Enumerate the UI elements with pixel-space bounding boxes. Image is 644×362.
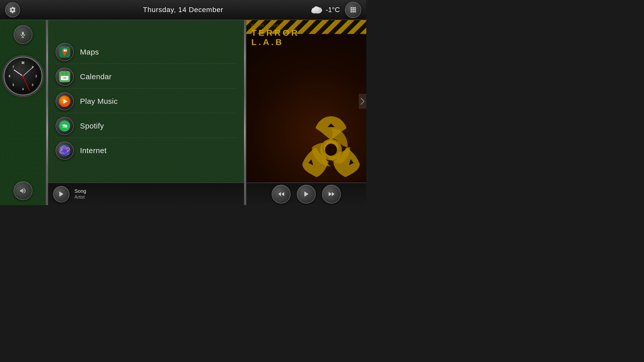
volume-icon — [19, 187, 26, 194]
volume-button[interactable] — [14, 181, 32, 200]
svg-point-36 — [68, 147, 69, 147]
svg-point-37 — [68, 154, 69, 155]
svg-rect-22 — [66, 72, 67, 75]
clock-num-7: 7 — [12, 65, 14, 69]
svg-rect-7 — [350, 9, 352, 11]
svg-rect-11 — [352, 11, 354, 13]
playmusic-icon-container — [56, 92, 74, 110]
clock-widget: 12 1 2 3 4 5 6 7 8 — [4, 57, 43, 96]
clock-hour-hand — [13, 69, 23, 76]
playmusic-app-item[interactable]: Play Music — [56, 90, 236, 113]
svg-point-17 — [64, 50, 66, 52]
svg-rect-6 — [354, 7, 356, 9]
header-left — [5, 2, 20, 17]
internet-icon — [59, 145, 70, 156]
svg-point-35 — [61, 148, 62, 149]
clock-center-dot — [22, 75, 24, 77]
svg-marker-47 — [332, 192, 335, 196]
svg-point-3 — [313, 6, 319, 11]
right-panel: BRAND X MUSIC TERROR L.A.B — [246, 20, 366, 205]
svg-rect-10 — [350, 11, 352, 13]
mini-play-button[interactable] — [53, 186, 69, 202]
grid-icon — [350, 6, 357, 13]
song-title: Song — [74, 188, 86, 194]
calendar-app-item[interactable]: 30 Calendar — [56, 65, 236, 88]
internet-icon-container — [56, 142, 74, 160]
rewind-button[interactable] — [272, 185, 291, 204]
chevron-right-icon — [360, 96, 365, 106]
svg-point-42 — [325, 144, 337, 156]
internet-label: Internet — [80, 146, 107, 155]
album-title: TERROR L.A.B — [251, 28, 300, 47]
svg-marker-44 — [281, 192, 284, 196]
clock-num-8: 8 — [22, 61, 24, 65]
spotify-icon-container — [56, 117, 74, 135]
microphone-icon — [19, 31, 26, 38]
song-info: Song Artist — [74, 188, 86, 200]
header-bar: Thursday, 14 December -1°C — [0, 0, 366, 20]
biohazard-detail — [302, 116, 360, 177]
album-info-text: BRAND X MUSIC TERROR L.A.B — [251, 24, 300, 47]
weather-cloud-icon — [309, 5, 323, 15]
svg-rect-21 — [62, 72, 63, 75]
rewind-icon — [278, 191, 285, 198]
spotify-label: Spotify — [80, 122, 104, 130]
date-display: Thursday, 14 December — [143, 6, 223, 14]
gear-icon — [9, 6, 16, 13]
grid-menu-button[interactable] — [345, 2, 361, 18]
svg-rect-5 — [352, 7, 354, 9]
svg-rect-9 — [354, 9, 356, 11]
calendar-label: Calendar — [80, 72, 112, 81]
maps-icon-container — [56, 43, 74, 61]
biohazard-svg — [283, 100, 366, 183]
artist-name: Artist — [74, 195, 86, 200]
maps-label: Maps — [80, 48, 99, 56]
svg-rect-12 — [354, 11, 356, 13]
playmusic-app-icon — [59, 96, 70, 107]
spotify-icon — [59, 120, 70, 131]
album-art-area: BRAND X MUSIC TERROR L.A.B — [246, 20, 366, 183]
biohazard-symbol — [283, 100, 366, 183]
playmusic-label: Play Music — [80, 97, 118, 106]
mini-play-icon — [58, 191, 65, 198]
settings-button[interactable] — [5, 2, 20, 17]
clock-face: 12 1 2 3 4 5 6 7 8 — [4, 57, 43, 96]
content-area: 12 1 2 3 4 5 6 7 8 — [0, 20, 366, 205]
right-chrome-divider — [244, 20, 246, 205]
weather-display: -1°C — [309, 5, 340, 15]
clock-num-3: 3 — [32, 83, 33, 87]
play-icon — [303, 191, 310, 198]
spotify-app-item[interactable]: Spotify — [56, 114, 236, 138]
clock-num-6: 6 — [9, 74, 11, 78]
clock-num-5: 5 — [12, 83, 14, 87]
clock-num-4: 4 — [22, 87, 24, 91]
bottom-music-bar-left: Song Artist — [48, 183, 244, 205]
svg-rect-13 — [22, 32, 24, 35]
app-root: Thursday, 14 December -1°C — [0, 0, 366, 205]
svg-rect-20 — [61, 74, 68, 76]
header-right: -1°C — [309, 2, 361, 18]
play-pause-button[interactable] — [297, 185, 316, 204]
clock-num-2: 2 — [35, 74, 37, 78]
clock-minute-hand — [23, 66, 34, 76]
album-title-line1: TERROR — [251, 28, 300, 37]
svg-marker-45 — [304, 192, 308, 197]
header-center: Thursday, 14 December — [143, 6, 223, 14]
svg-rect-8 — [352, 9, 354, 11]
internet-app-item[interactable]: Internet — [56, 139, 236, 162]
microphone-button[interactable] — [14, 25, 32, 44]
maps-app-item[interactable]: Maps — [56, 40, 236, 64]
album-brand-label: BRAND X MUSIC — [251, 24, 300, 27]
maps-icon — [59, 47, 70, 58]
fastforward-icon — [328, 191, 335, 198]
fastforward-button[interactable] — [322, 185, 341, 204]
svg-marker-38 — [59, 192, 63, 197]
album-title-line2: L.A.B — [251, 37, 284, 47]
calendar-icon-container: 30 — [56, 68, 74, 86]
svg-rect-4 — [350, 7, 352, 9]
album-next-arrow[interactable] — [359, 94, 366, 109]
music-controls — [246, 183, 366, 205]
center-area: Maps 30 Calendar — [48, 20, 244, 205]
svg-marker-43 — [278, 192, 281, 196]
app-list: Maps 30 Calendar — [48, 20, 244, 183]
